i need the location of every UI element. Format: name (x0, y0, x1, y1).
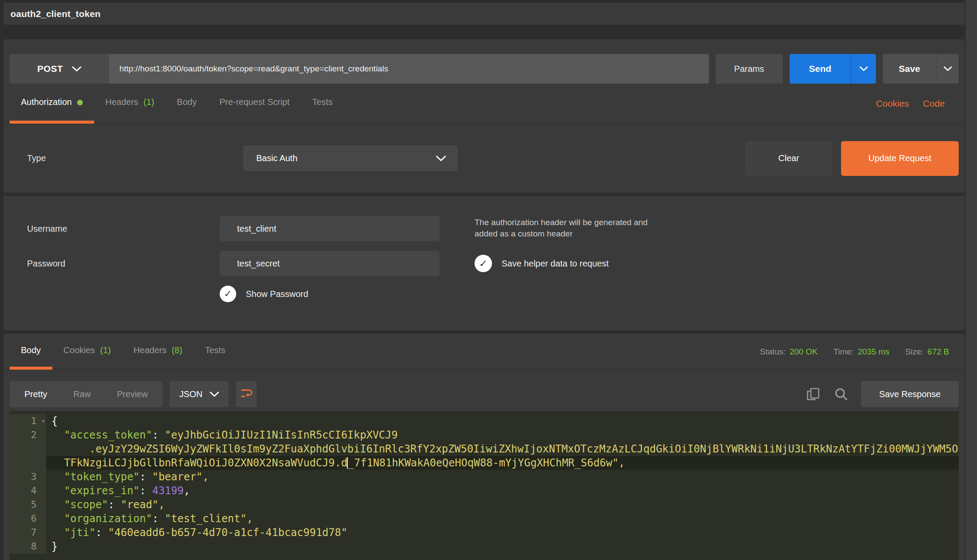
code-line-wrap: .eyJzY29wZSI6WyJyZWFkIl0sIm9yZ2FuaXphdGl… (10, 442, 959, 456)
save-options-button[interactable] (936, 54, 959, 84)
code-content[interactable]: "access_token": "eyJhbGciOiJIUzI1NiIsInR… (46, 428, 959, 442)
size-label: Size: (905, 347, 923, 357)
response-tab-headers-label: Headers (133, 345, 166, 355)
code-content[interactable]: } (46, 540, 959, 553)
copy-icon[interactable] (805, 386, 821, 402)
response-tab-tests-label: Tests (205, 345, 225, 355)
auth-helper-note-line1: The authorization header will be generat… (475, 217, 648, 228)
send-options-button[interactable] (851, 54, 876, 84)
response-tab-tests[interactable]: Tests (193, 334, 237, 370)
fold-icon[interactable]: ▾ (41, 414, 45, 428)
json-close-brace: } (51, 540, 58, 553)
size-value: 672 B (927, 347, 949, 357)
update-request-button[interactable]: Update Request (841, 141, 959, 176)
checkmark-icon: ✓ (479, 258, 487, 270)
response-tab-cookies-label: Cookies (64, 345, 95, 355)
save-button[interactable]: Save (883, 54, 936, 84)
json-string-value: .eyJzY29wZSI6WyJyZWFkIl0sIm9yZ2FuaXphdGl… (51, 443, 958, 455)
show-password-label: Show Password (246, 289, 308, 299)
tab-tests-label: Tests (312, 97, 333, 107)
search-icon[interactable] (833, 386, 849, 402)
time-label: Time: (833, 347, 854, 357)
code-content[interactable]: "expires_in": 43199, (46, 484, 959, 498)
code-content[interactable]: "scope": "read", (46, 498, 959, 512)
view-mode-raw[interactable]: Raw (60, 381, 104, 407)
line-number-gutter: 7 (10, 526, 46, 540)
chevron-down-icon (943, 66, 952, 71)
json-key: "expires_in" (51, 485, 139, 497)
method-label: POST (37, 64, 63, 74)
password-field[interactable] (220, 251, 440, 276)
username-field[interactable] (220, 216, 440, 241)
json-colon: : (139, 471, 152, 483)
tab-body[interactable]: Body (166, 84, 208, 124)
request-title-bar: oauth2_client_token (3, 3, 965, 25)
save-helper-label: Save helper data to request (502, 259, 609, 269)
code-line: 7 "jti": "460eadd6-b657-4d70-a1cf-41bcac… (10, 526, 959, 540)
tab-tests[interactable]: Tests (301, 84, 344, 124)
response-toolbar: Pretty Raw Preview JSON (3, 370, 965, 411)
json-colon: : (139, 485, 152, 497)
code-link[interactable]: Code (916, 84, 952, 124)
response-tab-headers[interactable]: Headers (8) (122, 334, 193, 370)
tab-authorization[interactable]: Authorization (10, 84, 94, 124)
request-panel: POST Params Send Save Autho (3, 39, 965, 330)
tab-prerequest-script[interactable]: Pre-request Script (208, 84, 301, 124)
wrap-text-button[interactable] (236, 381, 257, 407)
time-indicator: Time: 2035 ms (833, 347, 889, 357)
line-number: 2 (31, 429, 37, 440)
tab-headers[interactable]: Headers (1) (94, 84, 166, 124)
auth-type-dropdown[interactable]: Basic Auth (243, 145, 458, 171)
line-number-gutter: 2 (10, 428, 46, 442)
status-label: Status: (760, 347, 786, 357)
method-dropdown[interactable]: POST (10, 54, 109, 84)
line-number-gutter: 8 (10, 540, 46, 553)
show-password-checkbox[interactable]: ✓ (220, 286, 236, 302)
chevron-down-icon (436, 155, 446, 162)
code-content[interactable]: { (46, 414, 959, 428)
save-helper-checkbox[interactable]: ✓ (475, 255, 492, 272)
code-line: 8 } (10, 540, 959, 553)
params-button[interactable]: Params (716, 54, 783, 84)
code-content[interactable]: .eyJzY29wZSI6WyJyZWFkIl0sIm9yZ2FuaXphdGl… (46, 442, 959, 456)
request-tabs: Authorization Headers (1) Body Pre-reque… (3, 84, 965, 124)
code-line: 4 "expires_in": 43199, (10, 484, 959, 498)
response-status-bar: Status: 200 OK Time: 2035 ms Size: 672 B (760, 334, 949, 370)
line-number: 1 (31, 415, 37, 426)
code-content[interactable]: "organization": "test_client", (46, 512, 959, 526)
code-content[interactable]: TFkNzgiLCJjbGllbnRfaWQiOiJ0ZXN0X2NsaWVud… (46, 456, 959, 470)
save-response-button[interactable]: Save Response (861, 381, 959, 407)
response-tab-cookies[interactable]: Cookies (1) (52, 334, 122, 370)
line-number: 7 (31, 527, 37, 538)
status-value: 200 OK (790, 347, 818, 357)
url-input[interactable] (109, 54, 709, 84)
checkmark-icon: ✓ (224, 288, 232, 300)
send-button[interactable]: Send (790, 54, 851, 84)
code-line: 5 "scope": "read", (10, 498, 959, 512)
response-tool-icons: Save Response (805, 381, 959, 407)
scrollbar-track[interactable] (966, 0, 977, 560)
line-number-gutter (10, 442, 46, 456)
response-format-dropdown[interactable]: JSON (170, 381, 228, 407)
auth-type-row: Type Basic Auth Clear Update Request (3, 124, 965, 196)
username-label: Username (27, 224, 67, 234)
json-key: "scope" (51, 499, 108, 511)
response-body-editor[interactable]: 1 ▾ { 2 "access_token": "eyJhbGciOiJIUzI… (10, 411, 959, 560)
code-content[interactable]: "jti": "460eadd6-b657-4d70-a1cf-41bcac99… (46, 526, 959, 540)
view-mode-pretty[interactable]: Pretty (11, 381, 60, 407)
password-label: Password (27, 259, 65, 269)
response-tab-body[interactable]: Body (10, 334, 52, 370)
json-string-value: "read", (121, 499, 165, 511)
json-colon: : (152, 429, 165, 441)
json-colon: : (95, 526, 108, 539)
auth-helper-note: The authorization header will be generat… (475, 216, 648, 239)
line-number: 3 (31, 471, 37, 482)
code-line: 2 "access_token": "eyJhbGciOiJIUzI1NiIsI… (10, 428, 959, 442)
clear-button[interactable]: Clear (745, 141, 832, 176)
cookies-link[interactable]: Cookies (869, 84, 916, 124)
code-line: 3 "token_type": "bearer", (10, 470, 959, 484)
code-content[interactable]: "token_type": "bearer", (46, 470, 959, 484)
auth-credentials: Username The authorization header will b… (3, 196, 965, 302)
view-mode-preview[interactable]: Preview (104, 381, 161, 407)
json-string-value: "eyJhbGciOiJIUzI1NiIsInR5cCI6IkpXVCJ9 (165, 429, 398, 441)
